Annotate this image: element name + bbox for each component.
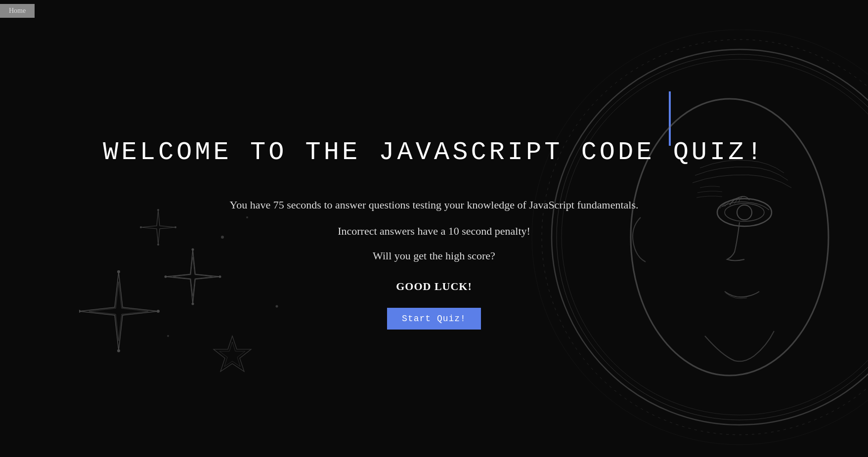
penalty-text: Incorrect answers have a 10 second penal… [338,225,530,238]
main-content: WELCOME TO THE JAVASCRIPT CODE QUIZ! You… [0,0,868,457]
page-title: WELCOME TO THE JAVASCRIPT CODE QUIZ! [103,138,765,167]
home-button[interactable]: Home [0,4,35,18]
navbar: Home [0,0,868,22]
start-quiz-button[interactable]: Start Quiz! [387,308,481,330]
description-line1: You have 75 seconds to answer questions … [230,197,639,213]
high-score-text: Will you get the high score? [373,249,495,262]
good-luck-text: GOOD LUCK! [396,280,472,293]
